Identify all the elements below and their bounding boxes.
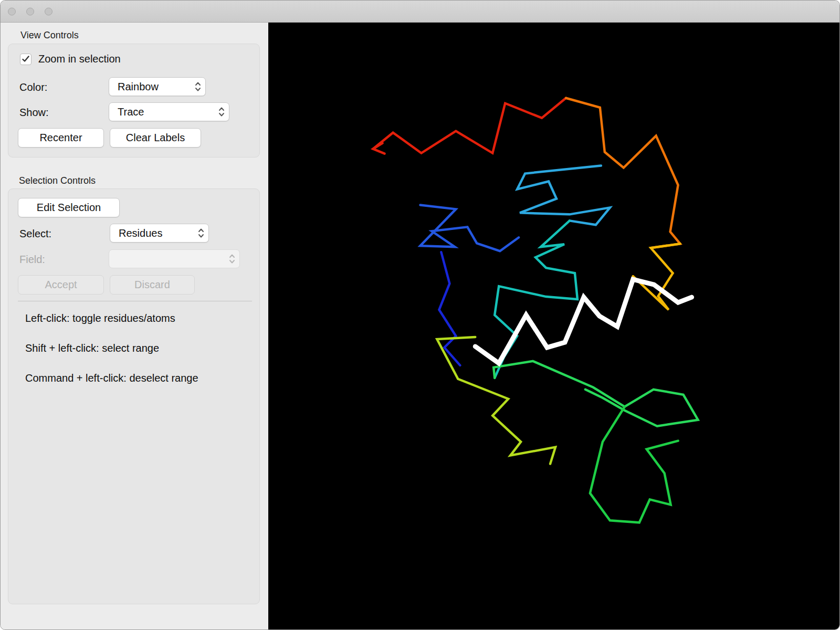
select-dropdown-value: Residues <box>119 227 162 239</box>
help-line-left-click: Left-click: toggle residues/atoms <box>25 312 175 324</box>
molecule-viewport[interactable] <box>268 23 839 629</box>
help-line-shift-click: Shift + left-click: select range <box>25 342 159 354</box>
sidebar: View Controls Zoom in selection Color: R… <box>1 23 268 629</box>
help-line-command-click: Command + left-click: deselect range <box>25 372 198 384</box>
minimize-button[interactable] <box>26 7 34 15</box>
select-label: Select: <box>19 228 51 240</box>
molecule-trace-svg[interactable] <box>268 23 839 629</box>
selection-controls-group: Edit Selection Select: Residues Field: <box>8 188 260 604</box>
clear-labels-button[interactable]: Clear Labels <box>110 128 201 148</box>
zoom-in-selection-label: Zoom in selection <box>38 53 121 65</box>
app-window: View Controls Zoom in selection Color: R… <box>0 0 840 630</box>
selection-controls-heading: Selection Controls <box>19 175 96 186</box>
trace-segment-spring-green <box>494 361 698 426</box>
show-label: Show: <box>19 107 49 119</box>
trace-segment-yellow-green <box>437 337 555 464</box>
show-dropdown[interactable]: Trace <box>109 102 229 121</box>
chevron-updown-icon <box>229 254 235 264</box>
color-dropdown[interactable]: Rainbow <box>109 77 206 96</box>
color-dropdown-value: Rainbow <box>118 81 159 93</box>
trace-segment-n-terminus-red <box>373 98 566 153</box>
edit-selection-button[interactable]: Edit Selection <box>18 198 120 217</box>
trace-segment-teal <box>495 220 578 377</box>
accept-button: Accept <box>18 275 104 295</box>
recenter-button[interactable]: Recenter <box>18 128 104 148</box>
discard-button: Discard <box>110 275 195 295</box>
close-button[interactable] <box>8 7 16 15</box>
trace-segment-sky-blue <box>517 166 610 225</box>
traffic-lights <box>8 7 52 15</box>
divider <box>18 301 252 301</box>
show-dropdown-value: Trace <box>118 106 144 118</box>
view-controls-group: Zoom in selection Color: Rainbow Show: T… <box>8 44 260 158</box>
color-label: Color: <box>19 81 47 93</box>
trace-segment-blue <box>420 205 519 251</box>
view-controls-heading: View Controls <box>20 30 79 41</box>
chevron-updown-icon <box>198 228 204 238</box>
trace-segment-orange <box>566 98 680 248</box>
title-bar[interactable] <box>1 1 839 23</box>
select-dropdown[interactable]: Residues <box>110 224 209 243</box>
field-label: Field: <box>19 254 45 266</box>
window-content: View Controls Zoom in selection Color: R… <box>1 23 839 629</box>
zoom-window-button[interactable] <box>45 7 52 15</box>
zoom-in-selection-checkbox-box[interactable] <box>20 54 32 65</box>
field-dropdown <box>109 249 240 268</box>
chevron-updown-icon <box>195 81 201 92</box>
check-icon <box>22 56 29 62</box>
zoom-in-selection-checkbox[interactable]: Zoom in selection <box>20 53 121 65</box>
trace-segment-selected-white <box>475 279 691 363</box>
chevron-updown-icon <box>218 107 225 117</box>
